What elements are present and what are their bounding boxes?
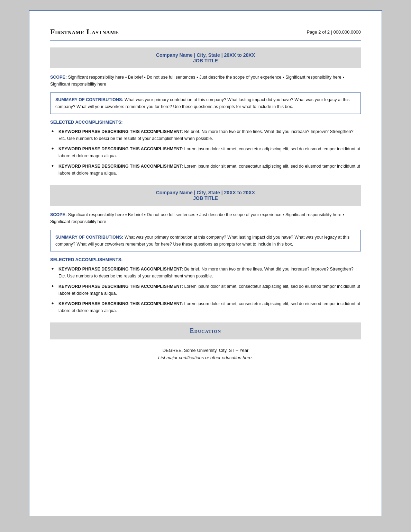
acc-kw-2-3: KEYWORD PHRASE DESCRIBING THIS ACCOMPLIS… xyxy=(58,301,183,306)
education-header-box: Education xyxy=(50,322,361,339)
summary-box-1: SUMMARY OF CONTRIBUTIONS: What was your … xyxy=(50,92,361,114)
scope-label-1: SCOPE: xyxy=(50,75,67,80)
accomplishment-2-3: KEYWORD PHRASE DESCRIBING THIS ACCOMPLIS… xyxy=(50,300,361,314)
education-certs: List major certifications or other educa… xyxy=(50,355,361,360)
header-name: Firstname Lastname xyxy=(50,27,119,36)
scope-1: SCOPE: Significant responsibility here ▪… xyxy=(50,74,361,88)
job-title-1: JOB TITLE xyxy=(57,58,354,63)
accomplishments-list-1: KEYWORD PHRASE DESCRIBING THIS ACCOMPLIS… xyxy=(50,128,361,177)
accomplishment-1-2: KEYWORD PHRASE DESCRIBING THIS ACCOMPLIS… xyxy=(50,145,361,159)
scope-label-2: SCOPE: xyxy=(50,212,67,217)
job-title-2: JOB TITLE xyxy=(57,195,354,201)
summary-label-1: SUMMARY OF CONTRIBUTIONS: xyxy=(55,97,124,102)
job-company-1: Company Name | City, State | 20XX to 20X… xyxy=(57,52,354,58)
acc-kw-1-2: KEYWORD PHRASE DESCRIBING THIS ACCOMPLIS… xyxy=(58,147,183,151)
education-content: DEGREE, Some University, City, ST – Year… xyxy=(50,348,361,360)
accomplishments-label-1: SELECTED ACCOMPLISHMENTS: xyxy=(50,119,361,125)
acc-kw-1-1: KEYWORD PHRASE DESCRIBING THIS ACCOMPLIS… xyxy=(58,129,183,134)
scope-content-1: Significant responsibility here ▪ Be bri… xyxy=(50,75,344,87)
job-section-2: Company Name | City, State | 20XX to 20X… xyxy=(50,185,361,314)
education-title: Education xyxy=(78,327,333,335)
job-section-1: Company Name | City, State | 20XX to 20X… xyxy=(50,47,361,177)
accomplishment-2-1: KEYWORD PHRASE DESCRIBING THIS ACCOMPLIS… xyxy=(50,266,361,280)
education-degree: DEGREE, Some University, City, ST – Year xyxy=(50,348,361,353)
summary-label-2: SUMMARY OF CONTRIBUTIONS: xyxy=(55,235,124,240)
accomplishments-list-2: KEYWORD PHRASE DESCRIBING THIS ACCOMPLIS… xyxy=(50,266,361,314)
job-header-box-1: Company Name | City, State | 20XX to 20X… xyxy=(50,47,361,68)
header-page-info: Page 2 of 2 | 000.000.0000 xyxy=(307,29,361,35)
job-company-2: Company Name | City, State | 20XX to 20X… xyxy=(57,190,354,195)
acc-kw-2-2: KEYWORD PHRASE DESCRIBING THIS ACCOMPLIS… xyxy=(58,284,183,289)
accomplishment-1-1: KEYWORD PHRASE DESCRIBING THIS ACCOMPLIS… xyxy=(50,128,361,142)
summary-box-2: SUMMARY OF CONTRIBUTIONS: What was your … xyxy=(50,230,361,251)
resume-page: Firstname Lastname Page 2 of 2 | 000.000… xyxy=(29,10,382,516)
accomplishments-label-2: SELECTED ACCOMPLISHMENTS: xyxy=(50,257,361,262)
education-section: Education DEGREE, Some University, City,… xyxy=(50,322,361,360)
acc-kw-2-1: KEYWORD PHRASE DESCRIBING THIS ACCOMPLIS… xyxy=(58,267,183,272)
scope-2: SCOPE: Significant responsibility here ▪… xyxy=(50,211,361,225)
scope-content-2: Significant responsibility here ▪ Be bri… xyxy=(50,212,344,224)
accomplishment-2-2: KEYWORD PHRASE DESCRIBING THIS ACCOMPLIS… xyxy=(50,283,361,297)
acc-kw-1-3: KEYWORD PHRASE DESCRIBING THIS ACCOMPLIS… xyxy=(58,164,183,169)
accomplishment-1-3: KEYWORD PHRASE DESCRIBING THIS ACCOMPLIS… xyxy=(50,163,361,177)
job-header-box-2: Company Name | City, State | 20XX to 20X… xyxy=(50,185,361,206)
header: Firstname Lastname Page 2 of 2 | 000.000… xyxy=(50,27,361,41)
